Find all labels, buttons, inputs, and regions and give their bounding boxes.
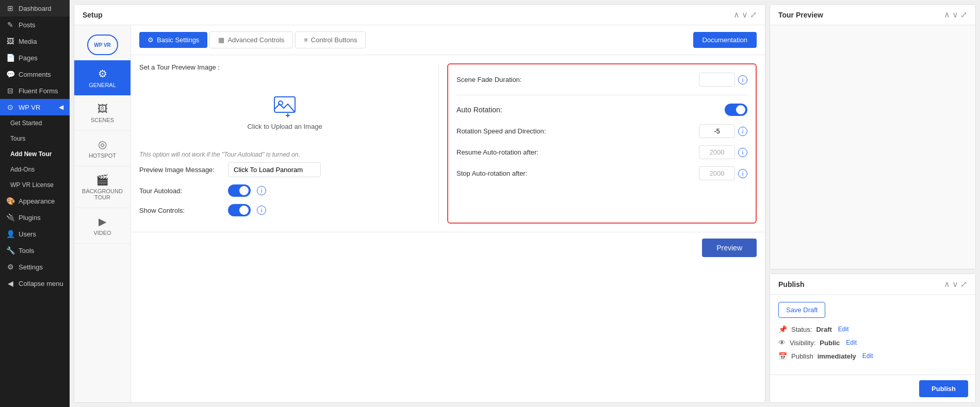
sidebar-item-label: Fluent Forms [19, 87, 58, 95]
tour-preview-collapse-up[interactable]: ∧ [944, 10, 950, 20]
icon-sidebar-item-background-tour[interactable]: 🎬 BACKGROUND TOUR [74, 166, 130, 208]
sidebar-item-users[interactable]: 👤 Users [0, 226, 70, 242]
sidebar-item-tools[interactable]: 🔧 Tools [0, 242, 70, 259]
sidebar-item-pages[interactable]: 📄 Pages [0, 49, 70, 66]
resume-rotation-label: Resume Auto-rotation after: [456, 148, 538, 156]
sidebar-item-settings[interactable]: ⚙ Settings [0, 259, 70, 275]
sidebar-item-appearance[interactable]: 🎨 Appearance [0, 193, 70, 209]
documentation-button[interactable]: Documentation [693, 32, 757, 48]
icon-sidebar: WP VR ⚙ GENERAL 🖼 SCENES ◎ HOTSPOT [74, 25, 131, 402]
sidebar-item-collapse[interactable]: ◀ Collapse menu [0, 275, 70, 292]
icon-sidebar-item-video[interactable]: ▶ VIDEO [74, 208, 130, 244]
two-col-layout: Set a Tour Preview Image : Click to Uplo… [139, 63, 757, 224]
publish-label: Publish [791, 352, 813, 360]
icon-sidebar-item-general[interactable]: ⚙ GENERAL [74, 60, 130, 96]
sidebar-item-fluent-forms[interactable]: ⊟ Fluent Forms [0, 82, 70, 99]
panel-header-controls: ∧ ∨ ⤢ [733, 10, 757, 20]
show-controls-info-icon[interactable]: i [257, 206, 266, 215]
tour-preview-title: Tour Preview [778, 11, 823, 19]
sidebar-item-label: Pages [19, 54, 38, 62]
resume-rotation-input[interactable] [699, 145, 735, 159]
main-area: Setup ∧ ∨ ⤢ WP VR ⚙ GENERAL [70, 0, 980, 407]
sidebar-item-label: WP VR [19, 104, 40, 111]
sidebar-item-add-new-tour[interactable]: Add New Tour [0, 146, 70, 162]
tour-autoload-toggle[interactable] [228, 184, 251, 197]
sidebar-item-label: Appearance [19, 197, 55, 205]
visibility-edit-link[interactable]: Edit [846, 339, 857, 346]
show-controls-row: Show Controls: i [139, 204, 430, 216]
scenes-icon: 🖼 [97, 103, 108, 115]
setup-content: ⚙ Basic Settings ▦ Advanced Controls ≡ C… [131, 25, 765, 402]
preview-bar: Preview [131, 232, 765, 263]
sidebar-item-wp-vr-license[interactable]: WP VR License [0, 177, 70, 193]
publish-controls: ∧ ∨ ⤢ [944, 279, 967, 289]
tab-control-buttons[interactable]: ≡ Control Buttons [295, 31, 366, 48]
pages-icon: 📄 [6, 54, 14, 62]
icon-sidebar-item-hotspot[interactable]: ◎ HOTSPOT [74, 131, 130, 166]
sidebar-item-tours[interactable]: Tours [0, 131, 70, 146]
sidebar-item-label: Posts [19, 21, 36, 29]
tour-preview-collapse-down[interactable]: ∨ [952, 10, 958, 20]
sidebar-item-add-ons[interactable]: Add-Ons [0, 162, 70, 177]
sidebar-item-label: Comments [19, 71, 51, 78]
auto-rotation-label: Auto Rotation: [456, 106, 502, 114]
show-controls-toggle[interactable] [228, 204, 251, 216]
stop-rotation-input-wrap: i [699, 166, 747, 180]
status-pin-icon: 📌 [778, 325, 787, 333]
sidebar-item-media[interactable]: 🖼 Media [0, 33, 70, 49]
chevron-icon: ◀ [59, 104, 63, 111]
icon-sidebar-item-scenes[interactable]: 🖼 SCENES [74, 96, 130, 131]
setup-panel-header: Setup ∧ ∨ ⤢ [74, 5, 765, 25]
hotspot-icon: ◎ [98, 138, 107, 150]
publish-collapse-down[interactable]: ∨ [952, 279, 958, 289]
sidebar-item-get-started[interactable]: Get Started [0, 115, 70, 131]
scene-fade-info-icon[interactable]: i [738, 75, 747, 84]
sidebar-item-plugins[interactable]: 🔌 Plugins [0, 209, 70, 226]
dashboard-icon: ⊞ [6, 4, 14, 12]
collapse-down-icon[interactable]: ∨ [742, 10, 748, 20]
expand-icon[interactable]: ⤢ [750, 10, 757, 20]
publish-visibility-row: 👁 Visibility: Public Edit [778, 338, 967, 347]
preview-image-message-label: Preview Image Message: [139, 166, 222, 174]
stop-rotation-input[interactable] [699, 166, 735, 180]
status-label: Status: [791, 326, 812, 333]
publish-edit-link[interactable]: Edit [862, 352, 873, 360]
media-icon: 🖼 [6, 37, 14, 45]
rotation-speed-input[interactable] [699, 124, 735, 138]
background-tour-icon: 🎬 [96, 174, 109, 186]
tab-basic-settings[interactable]: ⚙ Basic Settings [139, 32, 207, 48]
upload-area[interactable]: Click to Upload an Image [139, 77, 430, 147]
tools-icon: 🔧 [6, 246, 14, 255]
preview-image-message-input[interactable] [228, 162, 321, 177]
preview-button[interactable]: Preview [702, 239, 757, 257]
publish-meta: 📌 Status: Draft Edit 👁 Visibility: Publi… [778, 325, 967, 360]
publish-expand[interactable]: ⤢ [960, 279, 967, 289]
tour-autoload-info-icon[interactable]: i [257, 186, 266, 195]
tour-preview-expand[interactable]: ⤢ [960, 10, 967, 20]
scene-fade-input[interactable] [699, 73, 735, 87]
tab-advanced-controls[interactable]: ▦ Advanced Controls [209, 31, 293, 48]
sidebar-item-dashboard[interactable]: ⊞ Dashboard [0, 0, 70, 16]
resume-rotation-info-icon[interactable]: i [738, 148, 747, 157]
save-draft-button[interactable]: Save Draft [778, 302, 825, 318]
show-controls-label: Show Controls: [139, 207, 222, 214]
collapse-up-icon[interactable]: ∧ [733, 10, 740, 20]
status-edit-link[interactable]: Edit [838, 326, 849, 333]
publish-title: Publish [778, 280, 805, 289]
stop-rotation-info-icon[interactable]: i [738, 169, 747, 178]
sidebar-item-posts[interactable]: ✎ Posts [0, 16, 70, 33]
general-icon: ⚙ [98, 67, 107, 80]
publish-button[interactable]: Publish [919, 380, 968, 397]
preview-image-message-row: Preview Image Message: [139, 162, 430, 177]
visibility-eye-icon: 👁 [778, 338, 786, 347]
setup-inner: WP VR ⚙ GENERAL 🖼 SCENES ◎ HOTSPOT [74, 25, 765, 402]
appearance-icon: 🎨 [6, 197, 14, 205]
sidebar-item-label: Media [19, 38, 37, 45]
sidebar-item-comments[interactable]: 💬 Comments [0, 66, 70, 82]
tabs-row: ⚙ Basic Settings ▦ Advanced Controls ≡ C… [131, 25, 765, 55]
publish-collapse-up[interactable]: ∧ [944, 279, 950, 289]
video-icon: ▶ [99, 215, 106, 228]
auto-rotation-toggle[interactable] [725, 104, 747, 116]
sidebar-item-wp-vr[interactable]: ⊙ WP VR ◀ [0, 99, 70, 115]
rotation-speed-info-icon[interactable]: i [738, 127, 747, 136]
